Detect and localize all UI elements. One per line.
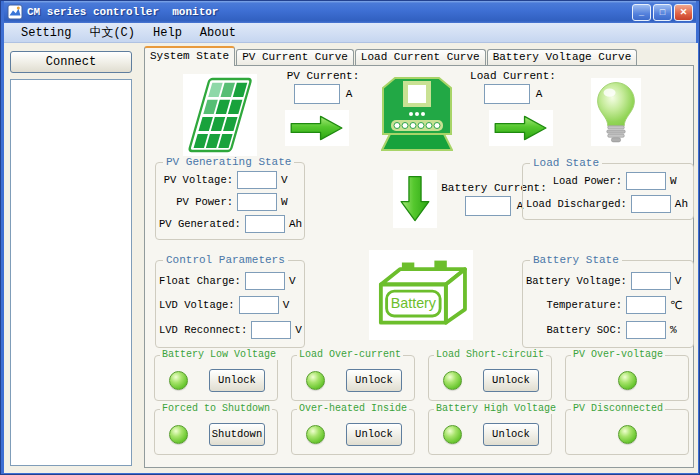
lvd-reconnect-input[interactable]: [251, 321, 291, 339]
app-window: CM series controller monitor _ □ ✕ Setti…: [0, 0, 700, 475]
app-icon: [7, 4, 23, 20]
alarm-battery-low-voltage: Battery Low VoltageUnlock: [154, 355, 278, 401]
led-indicator-green: [169, 425, 188, 444]
pv-current-input[interactable]: [294, 84, 340, 104]
pv-power-unit: W: [281, 196, 299, 208]
title-bar: CM series controller monitor _ □ ✕: [4, 1, 696, 23]
battery-icon-label: Battery: [391, 295, 437, 311]
group-title: Load State: [530, 157, 602, 169]
led-indicator-green: [618, 425, 637, 444]
battery-soc-label: Battery SOC:: [526, 324, 622, 336]
tab-load-current-curve[interactable]: Load Current Curve: [355, 49, 486, 66]
solar-panel-icon: [183, 74, 257, 156]
led-indicator-green: [443, 425, 462, 444]
field-row: LVD Voltage:V: [159, 296, 299, 314]
field-row: Load Power:W: [526, 172, 688, 190]
pv-current-label: PV Current:: [287, 70, 360, 82]
group-title: Battery State: [530, 254, 622, 266]
pv-power-input[interactable]: [237, 193, 277, 211]
field-row: Load Discharged:Ah: [526, 195, 688, 213]
unlock-button[interactable]: Unlock: [209, 369, 265, 392]
tab-battery-voltage-curve[interactable]: Battery Voltage Curve: [487, 49, 638, 66]
pv-power-label: PV Power:: [159, 196, 233, 208]
battery-icon: Battery: [369, 250, 473, 340]
led-indicator-green: [306, 371, 325, 390]
field-row: Float Charge:V: [159, 272, 299, 290]
tab-pv-current-curve[interactable]: PV Current Curve: [236, 49, 354, 66]
app-body: Connect System StatePV Current CurveLoad…: [4, 43, 698, 473]
unlock-button[interactable]: Unlock: [483, 369, 539, 392]
alarm-grid: Battery Low VoltageUnlockLoad Over-curre…: [154, 355, 689, 455]
shutdown-button[interactable]: Shutdown: [209, 423, 265, 446]
lvd-voltage-input[interactable]: [239, 296, 279, 314]
alarm-over-heated-inside: Over-heated InsideUnlock: [291, 409, 415, 455]
pv-current-unit: A: [346, 88, 353, 100]
unlock-button[interactable]: Unlock: [483, 423, 539, 446]
menu-item-setting[interactable]: Setting: [12, 24, 80, 42]
alarm-load-short-circuit: Load Short-circuitUnlock: [428, 355, 552, 401]
field-row: Battery Voltage:V: [526, 272, 688, 290]
load-current-input[interactable]: [484, 84, 530, 104]
menu-item-help[interactable]: Help: [144, 24, 191, 42]
maximize-button[interactable]: □: [653, 4, 672, 21]
temperature-unit: ℃: [670, 299, 688, 312]
minimize-button[interactable]: _: [632, 4, 651, 21]
load-discharged-input[interactable]: [631, 195, 671, 213]
float-charge-input[interactable]: [245, 272, 285, 290]
device-listbox[interactable]: [10, 79, 132, 466]
alarm-pv-disconnected: PV Disconnected: [565, 409, 689, 455]
led-indicator-green: [306, 425, 325, 444]
pv-generated-label: PV Generated:: [159, 218, 241, 230]
control-parameters-group: Control Parameters Float Charge:VLVD Vol…: [155, 260, 305, 348]
group-title: Control Parameters: [163, 254, 288, 266]
pv-generating-state-group: PV Generating State PV Voltage:VPV Power…: [155, 162, 305, 240]
lvd-voltage-unit: V: [283, 299, 299, 311]
pv-generated-unit: Ah: [289, 218, 302, 230]
field-row: Temperature:℃: [526, 296, 688, 314]
group-title: PV Generating State: [163, 156, 294, 168]
led-indicator-green: [618, 371, 637, 390]
field-row: Battery SOC:%: [526, 321, 688, 339]
load-state-group: Load State Load Power:WLoad Discharged:A…: [522, 163, 694, 220]
pv-voltage-label: PV Voltage:: [159, 174, 233, 186]
alarm-title: Over-heated Inside: [297, 403, 409, 414]
menu-item-c[interactable]: 中文(C): [80, 22, 144, 43]
pv-voltage-unit: V: [281, 174, 299, 186]
float-charge-unit: V: [289, 275, 299, 287]
alarm-forced-to-shutdown: Forced to ShutdownShutdown: [154, 409, 278, 455]
field-row: PV Generated:Ah: [159, 215, 299, 233]
unlock-button[interactable]: Unlock: [346, 369, 402, 392]
battery-soc-input[interactable]: [626, 321, 666, 339]
load-current-unit: A: [536, 88, 543, 100]
connect-button[interactable]: Connect: [10, 51, 132, 73]
load-current-block: Load Current: A: [461, 70, 565, 104]
battery-state-group: Battery State Battery Voltage:VTemperatu…: [522, 260, 694, 348]
load-power-input[interactable]: [626, 172, 666, 190]
pv-voltage-input[interactable]: [237, 171, 277, 189]
temperature-input[interactable]: [626, 296, 666, 314]
lvd-reconnect-unit: V: [295, 324, 302, 336]
battery-soc-unit: %: [670, 324, 688, 336]
flow-arrow-down-icon: [393, 170, 437, 228]
pv-generated-input[interactable]: [245, 215, 285, 233]
battery-voltage-label: Battery Voltage:: [526, 275, 627, 287]
field-row: PV Voltage:V: [159, 171, 299, 189]
battery-voltage-input[interactable]: [631, 272, 671, 290]
menu-bar: Setting中文(C)HelpAbout: [4, 23, 696, 43]
alarm-title: PV Over-voltage: [571, 349, 665, 360]
unlock-button[interactable]: Unlock: [346, 423, 402, 446]
tab-strip: System StatePV Current CurveLoad Current…: [144, 47, 638, 66]
temperature-label: Temperature:: [526, 299, 622, 311]
tab-panel-system-state: PV Current: A: [144, 65, 694, 468]
field-row: PV Power:W: [159, 193, 299, 211]
charge-controller-icon: [381, 76, 453, 152]
alarm-load-over-current: Load Over-currentUnlock: [291, 355, 415, 401]
led-indicator-green: [443, 371, 462, 390]
alarm-title: Battery Low Voltage: [160, 349, 278, 360]
menu-item-about[interactable]: About: [191, 24, 245, 42]
battery-current-input[interactable]: [465, 196, 511, 216]
field-row: LVD Reconnect:V: [159, 321, 299, 339]
close-button[interactable]: ✕: [674, 4, 693, 21]
load-power-label: Load Power:: [526, 175, 622, 187]
tab-system-state[interactable]: System State: [144, 46, 235, 66]
